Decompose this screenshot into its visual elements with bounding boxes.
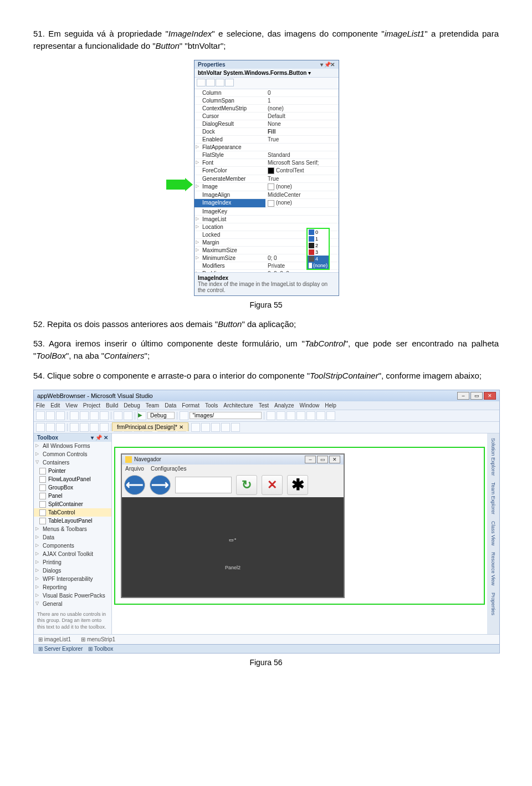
vs-toolbar-1[interactable]: ▶ Debug "images/ [34, 410, 499, 422]
property-row[interactable]: ImageList [195, 216, 339, 223]
vs-menu-bar[interactable]: FileEditViewProjectBuildDebugTeamDataFor… [34, 401, 499, 410]
form-icon [125, 456, 132, 463]
property-row[interactable]: CursorDefault [195, 113, 339, 120]
menu-item[interactable]: View [65, 402, 78, 409]
side-tab[interactable]: Solution Explorer [490, 436, 496, 478]
toolbox-group[interactable]: Menus & Toolbars [34, 525, 111, 533]
menu-item[interactable]: Analyze [274, 402, 294, 409]
step-51: 51. Em seguida vá à propriedade "ImageIn… [33, 28, 499, 52]
document-tab[interactable]: frmPrincipal.cs [Design]* ✕ [112, 422, 188, 431]
property-row[interactable]: Padding0; 0; 0; 0 [195, 270, 339, 272]
status-item[interactable]: ⊞ Toolbox [88, 646, 113, 652]
vs-toolbar-2[interactable] [34, 422, 499, 433]
toolbox-group[interactable]: Printing [34, 558, 111, 566]
image-index-dropdown[interactable]: 01234(none) [306, 228, 330, 270]
status-item[interactable]: ⊞ Server Explorer [38, 646, 83, 652]
toolbox-group[interactable]: Containers [34, 458, 111, 467]
close-tab-icon[interactable]: ✕ [179, 424, 183, 430]
form-body[interactable]: ▭⁺ Panel2 [122, 497, 344, 597]
toolbox-item[interactable]: Panel [34, 492, 111, 500]
toolbox-group[interactable]: Visual Basic PowerPacks [34, 591, 111, 600]
property-grid[interactable]: Column0ColumnSpan1ContextMenuStrip(none)… [195, 89, 339, 272]
toolbox-item[interactable]: FlowLayoutPanel [34, 475, 111, 483]
vs-title-bar[interactable]: appWebBrownser - Microsoft Visual Studio… [34, 390, 499, 401]
side-tab[interactable]: Class View [490, 519, 496, 548]
panel-controls[interactable]: ▾📌✕ [319, 62, 335, 68]
form-menu-item[interactable]: Arquivo [125, 466, 144, 472]
menu-item[interactable]: Test [259, 402, 269, 409]
form-toolbar: ⟵ ⟶ ↻ ✕ ✱ [122, 473, 344, 497]
star-button[interactable]: ✱ [287, 475, 308, 495]
property-row[interactable]: DockFill [195, 128, 339, 136]
config-combo[interactable]: Debug [147, 412, 175, 419]
step-53: 53. Agora iremos inserir o último compon… [33, 338, 499, 362]
side-tab[interactable]: Team Explorer [490, 480, 496, 517]
form-menu[interactable]: ArquivoConfigurações [122, 465, 344, 473]
tray-item[interactable]: ⊞ menuStrip1 [81, 636, 115, 642]
property-row[interactable]: Image(none) [195, 183, 339, 191]
toolbox-group[interactable]: WPF Interoperability [34, 575, 111, 583]
toolbox-item[interactable]: TabControl [34, 508, 111, 517]
toolbox-title[interactable]: Toolbox▾ 📌 ✕ [34, 433, 111, 442]
property-row[interactable]: ForeColorControlText [195, 167, 339, 175]
right-sidebar[interactable]: Solution ExplorerTeam ExplorerClass View… [487, 433, 499, 634]
toolbox-group[interactable]: Reporting [34, 583, 111, 591]
toolbox-group[interactable]: Dialogs [34, 566, 111, 575]
property-row[interactable]: EnabledTrue [195, 136, 339, 144]
status-bar[interactable]: ⊞ Server Explorer⊞ Toolbox [34, 644, 499, 653]
toolbox-group[interactable]: All Windows Forms [34, 442, 111, 450]
menu-item[interactable]: Edit [50, 402, 60, 409]
menu-item[interactable]: Project [83, 402, 100, 409]
property-row[interactable]: ImageAlignMiddleCenter [195, 191, 339, 199]
side-tab[interactable]: Properties [490, 590, 496, 617]
menu-item[interactable]: Window [300, 402, 320, 409]
search-combo[interactable]: "images/ [190, 412, 262, 419]
property-row[interactable]: FlatAppearance [195, 144, 339, 151]
property-row[interactable]: GenerateMemberTrue [195, 175, 339, 183]
toolbox-group[interactable]: Components [34, 542, 111, 550]
property-row[interactable]: FlatStyleStandard [195, 151, 339, 159]
back-button[interactable]: ⟵ [124, 475, 145, 495]
menu-item[interactable]: Architecture [223, 402, 253, 409]
designer-surface[interactable]: Navegador –▭✕ ArquivoConfigurações ⟵ ⟶ ↻… [114, 447, 485, 605]
property-row[interactable]: ContextMenuStrip(none) [195, 105, 339, 113]
menu-item[interactable]: Help [325, 402, 336, 409]
component-tray[interactable]: ⊞ imageList1⊞ menuStrip1 [34, 634, 499, 644]
tray-item[interactable]: ⊞ imageList1 [38, 636, 71, 642]
menu-item[interactable]: Data [165, 402, 176, 409]
toolbox-group[interactable]: General [34, 600, 111, 608]
form-navegador[interactable]: Navegador –▭✕ ArquivoConfigurações ⟵ ⟶ ↻… [121, 453, 345, 598]
toolbox-item[interactable]: SplitContainer [34, 500, 111, 508]
properties-toolbar[interactable] [195, 78, 339, 89]
toolbox-item[interactable]: GroupBox [34, 483, 111, 492]
selected-object[interactable]: btnVoltar System.Windows.Forms.Button ▾ [195, 69, 339, 78]
menu-item[interactable]: Tools [205, 402, 218, 409]
window-buttons[interactable]: –▭✕ [456, 392, 496, 400]
toolbox-item[interactable]: TableLayoutPanel [34, 517, 111, 525]
form-menu-item[interactable]: Configurações [151, 466, 186, 472]
menu-item[interactable]: File [36, 402, 45, 409]
property-row[interactable]: ImageIndex(none) [195, 199, 339, 207]
property-description: ImageIndex The index of the image in the… [195, 272, 339, 295]
toolbox-group[interactable]: Data [34, 533, 111, 542]
url-field[interactable] [175, 477, 232, 493]
property-row[interactable]: ImageKey [195, 208, 339, 216]
menu-item[interactable]: Format [182, 402, 200, 409]
property-row[interactable]: Column0 [195, 89, 339, 97]
property-row[interactable]: FontMicrosoft Sans Serif; [195, 159, 339, 167]
close-icon: ✕ [484, 392, 496, 400]
forward-button[interactable]: ⟶ [150, 475, 171, 495]
toolbox-panel: Toolbox▾ 📌 ✕ All Windows FormsCommon Con… [34, 433, 112, 634]
side-tab[interactable]: Resource View [490, 550, 496, 588]
toolbox-group[interactable]: AJAX Control Toolkit [34, 550, 111, 558]
menu-item[interactable]: Team [146, 402, 159, 409]
property-row[interactable]: ColumnSpan1 [195, 97, 339, 105]
stop-button[interactable]: ✕ [262, 475, 283, 495]
menu-item[interactable]: Debug [124, 402, 140, 409]
property-row[interactable]: DialogResultNone [195, 120, 339, 128]
menu-item[interactable]: Build [106, 402, 118, 409]
properties-title-bar: Properties ▾📌✕ [195, 60, 339, 69]
toolbox-group[interactable]: Common Controls [34, 450, 111, 458]
refresh-button[interactable]: ↻ [236, 475, 257, 495]
toolbox-item[interactable]: Pointer [34, 467, 111, 475]
